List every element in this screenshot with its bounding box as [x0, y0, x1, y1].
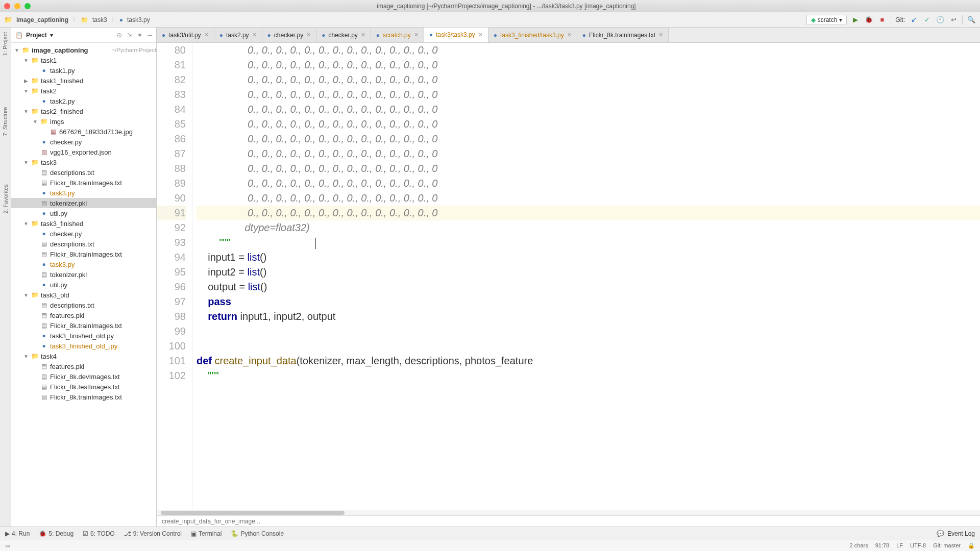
lock-icon[interactable]: 🔒 — [968, 542, 975, 549]
target-icon[interactable]: ⊙ — [117, 32, 122, 39]
breadcrumb-folder[interactable]: task3 — [90, 15, 109, 24]
sidebar-tab-structure[interactable]: 7: Structure — [3, 107, 9, 136]
line-number[interactable]: 100 — [157, 339, 186, 354]
line-number[interactable]: 85 — [157, 117, 186, 132]
tree-arrow-icon[interactable]: ▼ — [23, 221, 29, 227]
tree-item[interactable]: ▤features.pkl — [11, 310, 156, 320]
tree-arrow-icon[interactable]: ▼ — [23, 58, 29, 63]
run-button[interactable]: ▶ — [851, 15, 860, 24]
editor-breadcrumb[interactable]: create_input_data_for_one_image... — [157, 515, 980, 527]
status-position[interactable]: 91:78 — [875, 542, 890, 549]
tree-item[interactable]: ●task1.py — [11, 65, 156, 76]
line-number[interactable]: 84 — [157, 102, 186, 117]
tree-item[interactable]: ▤tokenizer.pkl — [11, 198, 156, 208]
line-number[interactable]: 99 — [157, 324, 186, 339]
bottom-tool-tab[interactable]: 🐍Python Console — [231, 530, 284, 537]
tree-item[interactable]: ▧vgg16_exported.json — [11, 147, 156, 157]
stop-button[interactable]: ■ — [877, 15, 887, 24]
line-number[interactable]: 93 — [157, 235, 186, 250]
close-tab-icon[interactable]: ✕ — [306, 32, 311, 38]
code-line[interactable]: 0., 0., 0., 0., 0., 0., 0., 0., 0., 0., … — [197, 43, 980, 58]
tree-item[interactable]: ●util.py — [11, 280, 156, 290]
code-content[interactable]: 0., 0., 0., 0., 0., 0., 0., 0., 0., 0., … — [192, 43, 980, 510]
status-encoding[interactable]: UTF-8 — [910, 542, 926, 549]
line-number[interactable]: 92 — [157, 220, 186, 235]
tree-arrow-icon[interactable]: ▼ — [23, 109, 29, 114]
tree-item[interactable]: ●checker.py — [11, 137, 156, 147]
bottom-tool-tab[interactable]: ▣Terminal — [191, 530, 222, 537]
line-number[interactable]: 91 — [157, 206, 186, 220]
tree-arrow-icon[interactable]: ▼ — [14, 47, 19, 53]
event-log-label[interactable]: Event Log — [947, 530, 975, 537]
close-tab-icon[interactable]: ✕ — [204, 32, 209, 38]
code-line[interactable]: input2 = list() — [197, 265, 980, 280]
sidebar-tab-project[interactable]: 1: Project — [3, 32, 9, 56]
line-number[interactable]: 90 — [157, 191, 186, 206]
tree-item[interactable]: ▦667626_18933d713e.jpg — [11, 127, 156, 137]
tree-item[interactable]: ●task2.py — [11, 96, 156, 106]
tree-item[interactable]: ▤Flickr_8k.trainImages.txt — [11, 178, 156, 188]
hide-icon[interactable]: ─ — [148, 32, 152, 39]
line-number[interactable]: 88 — [157, 161, 186, 176]
close-tab-icon[interactable]: ✕ — [658, 32, 663, 38]
tree-item[interactable]: ▤descriptions.txt — [11, 167, 156, 178]
tree-arrow-icon[interactable]: ▼ — [33, 119, 38, 124]
run-configuration-selector[interactable]: ◆ scratch ▾ — [806, 15, 847, 25]
status-line-separator[interactable]: LF — [896, 542, 903, 549]
chevron-down-icon[interactable]: ▾ — [50, 32, 53, 39]
code-line[interactable]: 0., 0., 0., 0., 0., 0., 0., 0., 0., 0., … — [197, 161, 980, 176]
line-number[interactable]: 81 — [157, 58, 186, 72]
code-line[interactable]: 0., 0., 0., 0., 0., 0., 0., 0., 0., 0., … — [197, 58, 980, 72]
maximize-window-icon[interactable] — [24, 3, 31, 9]
editor-tab[interactable]: ●checker.py✕ — [316, 28, 371, 42]
tree-item[interactable]: ●task3_finished_old.py — [11, 331, 156, 341]
tree-item[interactable]: ●task3.py — [11, 188, 156, 198]
code-line[interactable]: 0., 0., 0., 0., 0., 0., 0., 0., 0., 0., … — [197, 146, 980, 161]
tree-item[interactable]: ▼📁task3_old — [11, 290, 156, 300]
code-line[interactable]: def create_input_data(tokenizer, max_len… — [197, 354, 980, 368]
code-line[interactable]: """ — [197, 368, 980, 383]
code-editor[interactable]: 8081828384858687888990919293949596979899… — [157, 43, 980, 510]
close-tab-icon[interactable]: ✕ — [478, 32, 483, 38]
tree-item[interactable]: ▼📁task2 — [11, 86, 156, 96]
tree-arrow-icon[interactable]: ▶ — [23, 78, 29, 84]
code-line[interactable]: return input1, input2, output — [197, 309, 980, 324]
line-number[interactable]: 98 — [157, 309, 186, 324]
settings-icon[interactable]: ✶ — [137, 32, 142, 39]
code-line[interactable] — [197, 339, 980, 354]
code-line[interactable]: 0., 0., 0., 0., 0., 0., 0., 0., 0., 0., … — [197, 191, 980, 206]
close-tab-icon[interactable]: ✕ — [252, 32, 257, 38]
line-number[interactable]: 96 — [157, 280, 186, 294]
git-history-button[interactable]: 🕘 — [936, 15, 945, 24]
tree-item[interactable]: ▼📁imgs — [11, 116, 156, 127]
tree-item[interactable]: ●util.py — [11, 208, 156, 218]
code-line[interactable]: 0., 0., 0., 0., 0., 0., 0., 0., 0., 0., … — [197, 102, 980, 117]
editor-tab[interactable]: ●task3/util.py✕ — [157, 28, 214, 42]
tree-item[interactable]: ●task3.py — [11, 259, 156, 269]
tree-item[interactable]: ●task3_finished_old_.py — [11, 341, 156, 351]
line-number[interactable]: 80 — [157, 43, 186, 58]
close-tab-icon[interactable]: ✕ — [414, 32, 419, 38]
tree-arrow-icon[interactable]: ▼ — [23, 354, 29, 359]
git-update-button[interactable]: ↙ — [909, 15, 918, 24]
line-number[interactable]: 86 — [157, 132, 186, 146]
tree-item[interactable]: ▤Flickr_8k.trainImages.txt — [11, 320, 156, 331]
bottom-tool-tab[interactable]: 🐞5: Debug — [39, 530, 74, 537]
code-line[interactable]: output = list() — [197, 280, 980, 294]
tree-item[interactable]: ▼📁task4 — [11, 351, 156, 361]
close-tab-icon[interactable]: ✕ — [361, 32, 365, 38]
scrollbar-thumb[interactable] — [161, 511, 345, 515]
tree-item[interactable]: ▤descriptions.txt — [11, 300, 156, 310]
editor-tab[interactable]: ●task3/task3.py✕ — [424, 28, 488, 43]
tree-arrow-icon[interactable]: ▼ — [23, 160, 29, 165]
search-button[interactable]: 🔍 — [967, 15, 976, 24]
tree-item[interactable]: ▼📁task2_finished — [11, 106, 156, 116]
code-line[interactable]: pass — [197, 294, 980, 309]
tree-item[interactable]: ●checker.py — [11, 229, 156, 239]
tree-item[interactable]: ▼📁image_captioning~/PycharmProject — [11, 45, 156, 55]
tree-item[interactable]: ▼📁task3 — [11, 157, 156, 167]
line-number[interactable]: 95 — [157, 265, 186, 280]
line-number[interactable]: 83 — [157, 87, 186, 102]
tree-item[interactable]: ▼📁task3_finished — [11, 218, 156, 229]
line-number[interactable]: 101 — [157, 354, 186, 368]
